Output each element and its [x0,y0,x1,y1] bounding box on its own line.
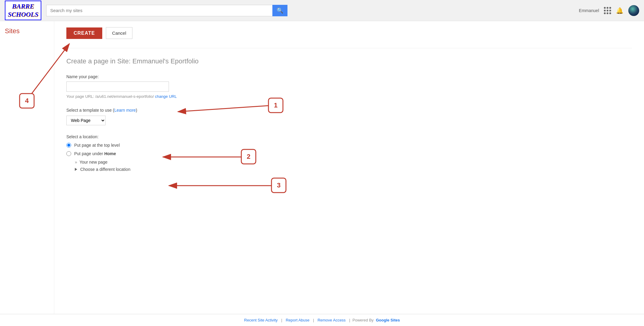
name-field-group: Name your page: Your page URL: /a/u61.ne… [66,74,632,99]
avatar[interactable] [628,5,639,16]
logo[interactable]: BARRE SCHOOLS [5,1,41,20]
location-top-level[interactable]: Put page at the top level [66,143,632,148]
user-name: Emmanuel [579,8,599,13]
page-name-input[interactable] [66,82,169,92]
template-section: Select a template to use (Learn more) We… [66,108,632,125]
create-button[interactable]: CREATE [66,27,102,39]
location-section: Select a location: Put page at the top l… [66,134,632,172]
svg-rect-8 [271,178,286,193]
change-url-link[interactable]: change URL [155,94,177,99]
triangle-icon [75,168,77,171]
header: BARRE SCHOOLS 🔍 Emmanuel 🔔 [0,0,644,21]
new-page-sub: » Your new page [75,160,632,165]
apps-icon[interactable] [604,7,611,14]
toolbar: CREATE Cancel [66,27,632,39]
sidebar: Sites [0,21,54,326]
google-sites-link[interactable]: Google Sites [376,318,400,322]
search-button[interactable]: 🔍 [272,5,287,16]
radio-top-level[interactable] [66,143,71,148]
form-section: Create a page in Site: Emmanuel's Eportf… [66,48,632,172]
content: CREATE Cancel Create a page in Site: Emm… [54,21,644,326]
remove-access-link[interactable]: Remove Access [318,318,346,322]
svg-text:3: 3 [277,181,281,189]
report-abuse-link[interactable]: Report Abuse [286,318,309,322]
url-text: Your page URL: /a/u61.net/emmanuel-s-epo… [66,94,632,99]
learn-more-link[interactable]: Learn more [114,108,136,113]
location-under-home[interactable]: Put page under Home [66,151,632,156]
page-title-heading: Create a page in Site: Emmanuel's Eportf… [66,57,632,65]
search-icon: 🔍 [277,8,283,14]
header-right: Emmanuel 🔔 [579,5,639,16]
notifications-icon[interactable]: 🔔 [616,7,623,14]
footer: Recent Site Activity | Report Abuse | Re… [0,314,644,326]
template-select[interactable]: Web Page [66,116,106,125]
search-input[interactable] [46,5,272,16]
logo-text: BARRE SCHOOLS [8,2,38,18]
recent-activity-link[interactable]: Recent Site Activity [244,318,278,322]
main-layout: Sites CREATE Cancel Create a page in Sit… [0,21,644,326]
radio-under-home[interactable] [66,151,71,156]
template-label: Select a template to use (Learn more) [66,108,632,113]
arrow-icon: » [75,160,77,165]
cancel-button[interactable]: Cancel [106,27,133,39]
sidebar-title: Sites [5,27,49,35]
name-label: Name your page: [66,74,632,79]
search-bar: 🔍 [46,5,287,16]
choose-location-sub[interactable]: Choose a different location [75,167,632,172]
location-label: Select a location: [66,134,632,139]
